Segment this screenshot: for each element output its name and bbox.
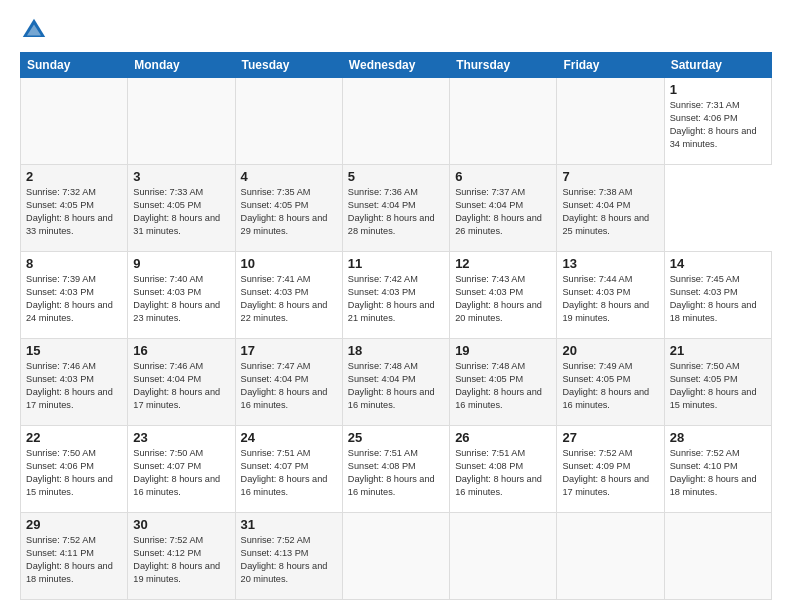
- day-cell-25: 25Sunrise: 7:51 AMSunset: 4:08 PMDayligh…: [342, 426, 449, 513]
- empty-cell: [128, 78, 235, 165]
- day-number: 10: [241, 256, 337, 271]
- logo: [20, 16, 52, 44]
- day-info: Sunrise: 7:43 AMSunset: 4:03 PMDaylight:…: [455, 274, 542, 323]
- day-info: Sunrise: 7:52 AMSunset: 4:13 PMDaylight:…: [241, 535, 328, 584]
- day-cell-17: 17Sunrise: 7:47 AMSunset: 4:04 PMDayligh…: [235, 339, 342, 426]
- day-header-thursday: Thursday: [450, 53, 557, 78]
- day-info: Sunrise: 7:50 AMSunset: 4:05 PMDaylight:…: [670, 361, 757, 410]
- day-number: 18: [348, 343, 444, 358]
- day-number: 12: [455, 256, 551, 271]
- days-header-row: SundayMondayTuesdayWednesdayThursdayFrid…: [21, 53, 772, 78]
- day-cell-1: 1Sunrise: 7:31 AMSunset: 4:06 PMDaylight…: [664, 78, 771, 165]
- day-info: Sunrise: 7:47 AMSunset: 4:04 PMDaylight:…: [241, 361, 328, 410]
- page: SundayMondayTuesdayWednesdayThursdayFrid…: [0, 0, 792, 612]
- day-number: 16: [133, 343, 229, 358]
- day-number: 26: [455, 430, 551, 445]
- day-number: 27: [562, 430, 658, 445]
- day-cell-20: 20Sunrise: 7:49 AMSunset: 4:05 PMDayligh…: [557, 339, 664, 426]
- day-number: 14: [670, 256, 766, 271]
- day-info: Sunrise: 7:50 AMSunset: 4:07 PMDaylight:…: [133, 448, 220, 497]
- day-number: 24: [241, 430, 337, 445]
- day-number: 21: [670, 343, 766, 358]
- day-cell-9: 9Sunrise: 7:40 AMSunset: 4:03 PMDaylight…: [128, 252, 235, 339]
- day-number: 7: [562, 169, 658, 184]
- day-cell-7: 7Sunrise: 7:38 AMSunset: 4:04 PMDaylight…: [557, 165, 664, 252]
- day-number: 3: [133, 169, 229, 184]
- day-info: Sunrise: 7:52 AMSunset: 4:11 PMDaylight:…: [26, 535, 113, 584]
- day-info: Sunrise: 7:51 AMSunset: 4:08 PMDaylight:…: [455, 448, 542, 497]
- day-number: 4: [241, 169, 337, 184]
- day-cell-14: 14Sunrise: 7:45 AMSunset: 4:03 PMDayligh…: [664, 252, 771, 339]
- day-cell-22: 22Sunrise: 7:50 AMSunset: 4:06 PMDayligh…: [21, 426, 128, 513]
- day-number: 28: [670, 430, 766, 445]
- day-cell-6: 6Sunrise: 7:37 AMSunset: 4:04 PMDaylight…: [450, 165, 557, 252]
- day-info: Sunrise: 7:40 AMSunset: 4:03 PMDaylight:…: [133, 274, 220, 323]
- day-info: Sunrise: 7:50 AMSunset: 4:06 PMDaylight:…: [26, 448, 113, 497]
- day-number: 23: [133, 430, 229, 445]
- day-info: Sunrise: 7:48 AMSunset: 4:04 PMDaylight:…: [348, 361, 435, 410]
- day-info: Sunrise: 7:46 AMSunset: 4:03 PMDaylight:…: [26, 361, 113, 410]
- day-header-tuesday: Tuesday: [235, 53, 342, 78]
- empty-cell: [450, 513, 557, 600]
- day-number: 6: [455, 169, 551, 184]
- day-header-wednesday: Wednesday: [342, 53, 449, 78]
- empty-cell: [557, 513, 664, 600]
- empty-cell: [21, 78, 128, 165]
- empty-cell: [557, 78, 664, 165]
- day-info: Sunrise: 7:52 AMSunset: 4:12 PMDaylight:…: [133, 535, 220, 584]
- day-info: Sunrise: 7:33 AMSunset: 4:05 PMDaylight:…: [133, 187, 220, 236]
- day-number: 22: [26, 430, 122, 445]
- day-info: Sunrise: 7:52 AMSunset: 4:10 PMDaylight:…: [670, 448, 757, 497]
- day-info: Sunrise: 7:37 AMSunset: 4:04 PMDaylight:…: [455, 187, 542, 236]
- day-info: Sunrise: 7:31 AMSunset: 4:06 PMDaylight:…: [670, 100, 757, 149]
- day-cell-13: 13Sunrise: 7:44 AMSunset: 4:03 PMDayligh…: [557, 252, 664, 339]
- day-header-monday: Monday: [128, 53, 235, 78]
- day-number: 1: [670, 82, 766, 97]
- day-cell-4: 4Sunrise: 7:35 AMSunset: 4:05 PMDaylight…: [235, 165, 342, 252]
- header: [20, 16, 772, 44]
- day-info: Sunrise: 7:44 AMSunset: 4:03 PMDaylight:…: [562, 274, 649, 323]
- day-cell-11: 11Sunrise: 7:42 AMSunset: 4:03 PMDayligh…: [342, 252, 449, 339]
- day-cell-21: 21Sunrise: 7:50 AMSunset: 4:05 PMDayligh…: [664, 339, 771, 426]
- day-info: Sunrise: 7:42 AMSunset: 4:03 PMDaylight:…: [348, 274, 435, 323]
- empty-cell: [342, 78, 449, 165]
- day-cell-29: 29Sunrise: 7:52 AMSunset: 4:11 PMDayligh…: [21, 513, 128, 600]
- day-number: 8: [26, 256, 122, 271]
- day-cell-23: 23Sunrise: 7:50 AMSunset: 4:07 PMDayligh…: [128, 426, 235, 513]
- day-cell-30: 30Sunrise: 7:52 AMSunset: 4:12 PMDayligh…: [128, 513, 235, 600]
- logo-icon: [20, 16, 48, 44]
- day-number: 15: [26, 343, 122, 358]
- day-info: Sunrise: 7:41 AMSunset: 4:03 PMDaylight:…: [241, 274, 328, 323]
- day-cell-3: 3Sunrise: 7:33 AMSunset: 4:05 PMDaylight…: [128, 165, 235, 252]
- day-number: 9: [133, 256, 229, 271]
- empty-cell: [342, 513, 449, 600]
- day-cell-5: 5Sunrise: 7:36 AMSunset: 4:04 PMDaylight…: [342, 165, 449, 252]
- empty-cell: [450, 78, 557, 165]
- day-info: Sunrise: 7:49 AMSunset: 4:05 PMDaylight:…: [562, 361, 649, 410]
- empty-cell: [664, 513, 771, 600]
- day-info: Sunrise: 7:51 AMSunset: 4:08 PMDaylight:…: [348, 448, 435, 497]
- day-info: Sunrise: 7:52 AMSunset: 4:09 PMDaylight:…: [562, 448, 649, 497]
- day-cell-28: 28Sunrise: 7:52 AMSunset: 4:10 PMDayligh…: [664, 426, 771, 513]
- day-info: Sunrise: 7:46 AMSunset: 4:04 PMDaylight:…: [133, 361, 220, 410]
- day-info: Sunrise: 7:35 AMSunset: 4:05 PMDaylight:…: [241, 187, 328, 236]
- day-info: Sunrise: 7:36 AMSunset: 4:04 PMDaylight:…: [348, 187, 435, 236]
- week-row-6: 29Sunrise: 7:52 AMSunset: 4:11 PMDayligh…: [21, 513, 772, 600]
- day-header-saturday: Saturday: [664, 53, 771, 78]
- day-cell-16: 16Sunrise: 7:46 AMSunset: 4:04 PMDayligh…: [128, 339, 235, 426]
- day-number: 11: [348, 256, 444, 271]
- day-number: 17: [241, 343, 337, 358]
- day-number: 30: [133, 517, 229, 532]
- day-number: 20: [562, 343, 658, 358]
- day-info: Sunrise: 7:38 AMSunset: 4:04 PMDaylight:…: [562, 187, 649, 236]
- week-row-5: 22Sunrise: 7:50 AMSunset: 4:06 PMDayligh…: [21, 426, 772, 513]
- day-cell-27: 27Sunrise: 7:52 AMSunset: 4:09 PMDayligh…: [557, 426, 664, 513]
- day-cell-18: 18Sunrise: 7:48 AMSunset: 4:04 PMDayligh…: [342, 339, 449, 426]
- day-number: 29: [26, 517, 122, 532]
- week-row-1: 1Sunrise: 7:31 AMSunset: 4:06 PMDaylight…: [21, 78, 772, 165]
- week-row-3: 8Sunrise: 7:39 AMSunset: 4:03 PMDaylight…: [21, 252, 772, 339]
- day-number: 25: [348, 430, 444, 445]
- day-info: Sunrise: 7:45 AMSunset: 4:03 PMDaylight:…: [670, 274, 757, 323]
- calendar-body: 1Sunrise: 7:31 AMSunset: 4:06 PMDaylight…: [21, 78, 772, 600]
- day-cell-2: 2Sunrise: 7:32 AMSunset: 4:05 PMDaylight…: [21, 165, 128, 252]
